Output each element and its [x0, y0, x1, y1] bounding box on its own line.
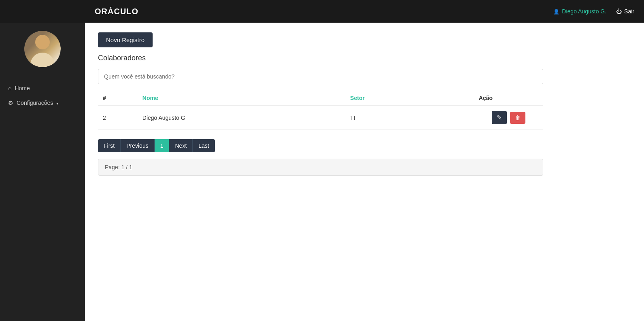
logout-label: Sair [624, 8, 634, 15]
app-title: ORÁCULO [95, 7, 553, 16]
delete-button[interactable] [510, 112, 525, 124]
section-title: Colaboradores [98, 54, 631, 62]
cell-id: 2 [98, 106, 138, 130]
home-icon [8, 85, 11, 91]
sidebar-item-configuracoes[interactable]: Configurações [0, 96, 85, 110]
avatar-image [24, 31, 61, 67]
pagination: First Previous 1 Next Last [98, 139, 631, 152]
data-table: # Nome Setor Ação 2 Diego Augusto G TI [98, 91, 543, 130]
user-icon [553, 8, 559, 15]
cell-setor: TI [345, 106, 474, 130]
pagination-first[interactable]: First [98, 139, 121, 152]
cell-acao [474, 106, 543, 130]
col-header-hash: # [98, 91, 138, 106]
pagination-previous[interactable]: Previous [121, 139, 154, 152]
main-layout: Home Configurações Novo Registro Colabor… [0, 23, 644, 321]
pagination-page-1[interactable]: 1 [155, 139, 170, 152]
page-info: Page: 1 / 1 [98, 159, 543, 176]
navbar-right: Diego Augusto G. Sair [553, 8, 634, 15]
trash-icon [515, 115, 521, 121]
chevron-down-icon [56, 100, 58, 106]
power-icon [616, 8, 622, 15]
pagination-next[interactable]: Next [169, 139, 193, 152]
main-content: Novo Registro Colaboradores # Nome Setor… [85, 23, 644, 321]
navbar: ORÁCULO Diego Augusto G. Sair [0, 0, 644, 23]
search-input[interactable] [98, 69, 543, 84]
navbar-user: Diego Augusto G. [553, 8, 606, 15]
table-header-row: # Nome Setor Ação [98, 91, 543, 106]
sidebar: Home Configurações [0, 23, 85, 321]
pagination-last[interactable]: Last [193, 139, 215, 152]
navbar-username: Diego Augusto G. [562, 8, 606, 15]
new-registro-button[interactable]: Novo Registro [98, 32, 153, 47]
col-header-acao: Ação [474, 91, 543, 106]
cell-nome: Diego Augusto G [138, 106, 345, 130]
sidebar-item-home-label: Home [15, 85, 30, 91]
col-header-nome[interactable]: Nome [138, 91, 345, 106]
sidebar-item-configuracoes-label: Configurações [17, 100, 53, 106]
edit-button[interactable] [492, 111, 507, 124]
sidebar-nav: Home Configurações [0, 81, 85, 110]
logout-button[interactable]: Sair [616, 8, 634, 15]
col-header-setor[interactable]: Setor [345, 91, 474, 106]
table-row: 2 Diego Augusto G TI [98, 106, 543, 130]
gear-icon [8, 100, 13, 106]
edit-icon [497, 115, 502, 121]
avatar [24, 31, 61, 67]
sidebar-item-home[interactable]: Home [0, 81, 85, 96]
